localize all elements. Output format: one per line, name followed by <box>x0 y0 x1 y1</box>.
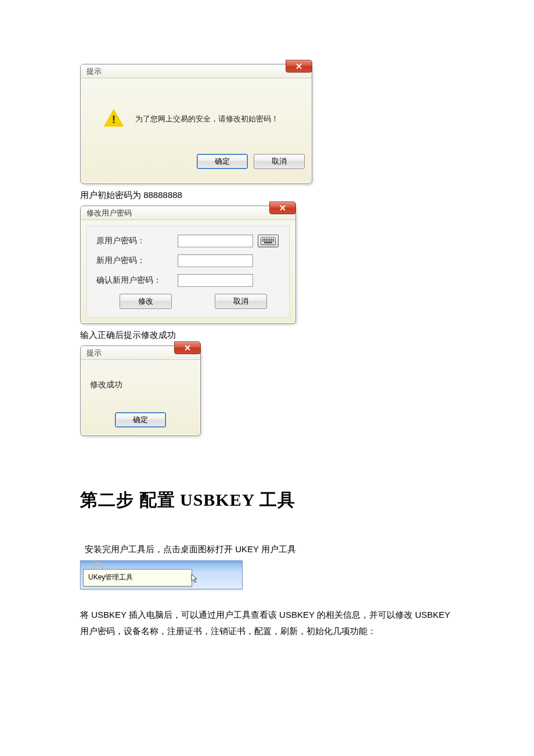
titlebar: 提示 <box>81 346 200 360</box>
svg-rect-8 <box>262 240 264 242</box>
alert-dialog-tip: 提示 为了您网上交易的安全，请修改初始密码！ 确定 取消 <box>80 64 312 184</box>
svg-rect-5 <box>269 239 270 240</box>
cancel-button[interactable]: 取消 <box>215 294 267 309</box>
keyboard-icon <box>261 237 276 245</box>
ok-button[interactable]: 确定 <box>197 154 248 169</box>
cursor-icon <box>191 574 199 584</box>
tooltip-label: UKey管理工具 <box>83 569 192 586</box>
success-dialog: 提示 修改成功 确定 <box>80 345 201 436</box>
close-icon <box>296 63 302 69</box>
confirm-password-input[interactable] <box>178 274 253 287</box>
label-confirm-password: 确认新用户密码： <box>96 275 178 286</box>
close-icon <box>185 345 190 351</box>
form-row-old: 原用户密码： <box>96 233 283 249</box>
svg-rect-14 <box>273 240 274 242</box>
cancel-button[interactable]: 取消 <box>254 154 305 169</box>
virtual-keyboard-button[interactable] <box>258 235 279 247</box>
form-row-new: 新用户密码： <box>96 253 283 268</box>
dialog-title: 提示 <box>86 66 102 77</box>
close-icon <box>280 205 286 211</box>
ok-button[interactable]: 确定 <box>115 412 166 427</box>
close-button[interactable] <box>286 60 312 73</box>
old-password-input[interactable] <box>178 235 253 247</box>
new-password-input[interactable] <box>178 254 253 267</box>
dialog-message: 修改成功 <box>81 360 200 408</box>
svg-rect-3 <box>266 239 267 240</box>
dialog-body: 为了您网上交易的安全，请修改初始密码！ <box>81 78 312 148</box>
svg-rect-11 <box>268 240 269 242</box>
svg-rect-15 <box>264 242 272 243</box>
titlebar: 提示 <box>81 64 312 78</box>
titlebar: 修改用户密码 <box>81 206 295 220</box>
modify-button[interactable]: 修改 <box>120 294 172 309</box>
svg-rect-4 <box>268 239 269 240</box>
step-heading: 第二步 配置 USBKEY 工具 <box>80 488 454 512</box>
svg-rect-9 <box>264 240 265 242</box>
svg-rect-13 <box>271 240 272 242</box>
close-button[interactable] <box>174 341 201 354</box>
dialog-title: 修改用户密码 <box>86 208 132 218</box>
caption-success: 输入正确后提示修改成功 <box>80 330 454 341</box>
dialog-title: 提示 <box>86 348 102 358</box>
paragraph-install: 安装完用户工具后，点击桌面图标打开 UKEY 用户工具 <box>85 541 454 558</box>
button-row: 确定 取消 <box>81 148 312 176</box>
close-button[interactable] <box>269 201 296 214</box>
form-row-confirm: 确认新用户密码： <box>96 273 283 288</box>
caption-initial-password: 用户初始密码为 88888888 <box>80 190 454 201</box>
svg-rect-12 <box>269 240 270 242</box>
label-new-password: 新用户密码： <box>96 255 178 266</box>
svg-rect-1 <box>262 239 264 240</box>
dialog-message: 为了您网上交易的安全，请修改初始密码！ <box>135 114 279 124</box>
form-body: 原用户密码： 新用户密码： 确认新用户密码： 修改 取消 <box>86 226 290 318</box>
svg-rect-2 <box>264 239 265 240</box>
svg-rect-10 <box>266 240 267 242</box>
label-old-password: 原用户密码： <box>96 236 178 246</box>
svg-rect-7 <box>273 239 274 240</box>
paragraph-usage: 将 USBKEY 插入电脑后，可以通过用户工具查看该 USBKEY 的相关信息，… <box>80 607 454 640</box>
warning-icon <box>104 109 124 129</box>
change-password-dialog: 修改用户密码 原用户密码： 新用户密码： 确认新用户密码： <box>80 206 296 324</box>
button-row: 确定 <box>81 408 200 435</box>
button-row: 修改 取消 <box>96 293 283 310</box>
svg-rect-6 <box>271 239 272 240</box>
ukey-tool-icon[interactable]: UKey管理工具 <box>80 560 243 589</box>
